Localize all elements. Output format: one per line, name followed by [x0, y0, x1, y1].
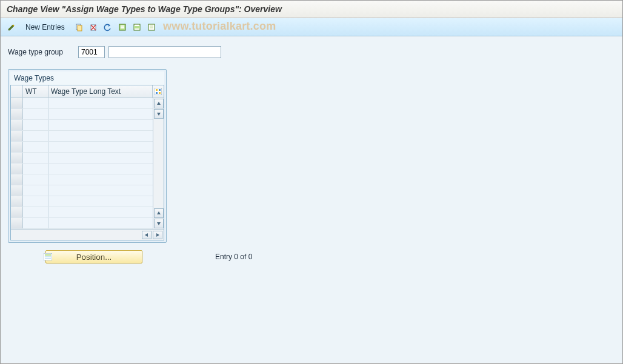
scroll-left-icon[interactable] — [142, 231, 152, 239]
table-row[interactable] — [11, 98, 153, 109]
svg-rect-15 — [159, 89, 161, 91]
grid-configure-icon[interactable] — [153, 85, 164, 98]
wage-type-group-input[interactable] — [78, 46, 105, 58]
svg-rect-7 — [121, 27, 124, 28]
wage-type-group-desc-input[interactable] — [108, 46, 221, 58]
scroll-up-icon[interactable] — [154, 99, 164, 108]
table-row[interactable] — [11, 109, 153, 120]
svg-rect-20 — [45, 256, 51, 257]
vertical-scrollbar[interactable] — [153, 98, 164, 229]
svg-rect-11 — [150, 25, 153, 27]
wage-types-panel-title: Wage Types — [10, 71, 164, 85]
svg-rect-12 — [150, 27, 153, 28]
delete-icon[interactable] — [87, 21, 99, 33]
scroll-down-small-icon[interactable] — [154, 109, 164, 119]
scroll-up-small-icon[interactable] — [154, 208, 164, 218]
toggle-display-change-icon[interactable] — [5, 21, 18, 33]
grid-column-wt[interactable]: WT — [23, 85, 48, 98]
scroll-right-icon[interactable] — [153, 231, 162, 239]
table-row[interactable] — [11, 153, 153, 164]
select-all-icon[interactable] — [116, 21, 128, 33]
new-entries-button[interactable]: New Entries — [20, 21, 70, 34]
select-block-icon[interactable] — [131, 21, 143, 33]
table-row[interactable] — [11, 164, 153, 174]
svg-rect-9 — [134, 26, 140, 28]
content-area: Wage type group Wage Types WT Wage Type … — [1, 36, 622, 363]
table-row[interactable] — [11, 218, 153, 229]
svg-rect-19 — [45, 254, 51, 256]
position-button[interactable]: Position... — [45, 250, 142, 263]
table-row[interactable] — [11, 185, 153, 196]
table-row[interactable] — [11, 131, 153, 142]
grid-header-selector[interactable] — [11, 85, 23, 98]
scroll-down-icon[interactable] — [154, 219, 164, 228]
svg-rect-1 — [78, 25, 82, 31]
undo-icon[interactable] — [102, 21, 114, 33]
entry-count-text: Entry 0 of 0 — [215, 253, 252, 261]
wage-types-grid: WT Wage Type Long Text — [10, 85, 164, 240]
position-label: Position... — [76, 253, 112, 262]
svg-rect-6 — [121, 25, 124, 27]
grid-body — [11, 98, 153, 229]
grid-column-long-text[interactable]: Wage Type Long Text — [48, 85, 153, 98]
horizontal-scrollbar[interactable] — [11, 229, 164, 240]
table-row[interactable] — [11, 142, 153, 153]
svg-rect-17 — [159, 92, 161, 94]
table-row[interactable] — [11, 207, 153, 218]
deselect-all-icon[interactable] — [145, 21, 158, 33]
title-bar: Change View "Assign Wage Types to Wage T… — [1, 1, 622, 18]
watermark: www.tutorialkart.com — [163, 20, 276, 33]
grid-header: WT Wage Type Long Text — [11, 85, 164, 98]
application-toolbar: New Entries www.tutorialkart.com — [1, 18, 622, 36]
position-icon — [44, 253, 52, 260]
wage-type-group-row: Wage type group — [8, 46, 615, 58]
svg-rect-14 — [156, 89, 158, 91]
svg-rect-13 — [155, 88, 162, 95]
table-row[interactable] — [11, 120, 153, 131]
copy-as-icon[interactable] — [73, 21, 85, 33]
page-title: Change View "Assign Wage Types to Wage T… — [7, 4, 616, 14]
table-row[interactable] — [11, 196, 153, 207]
table-row[interactable] — [11, 174, 153, 185]
wage-type-group-label: Wage type group — [8, 48, 75, 56]
svg-rect-21 — [45, 258, 51, 259]
footer-row: Position... Entry 0 of 0 — [45, 250, 615, 263]
wage-types-panel: Wage Types WT Wage Type Long Text — [8, 69, 167, 243]
svg-rect-16 — [156, 92, 158, 94]
grid-body-wrap — [11, 98, 164, 229]
